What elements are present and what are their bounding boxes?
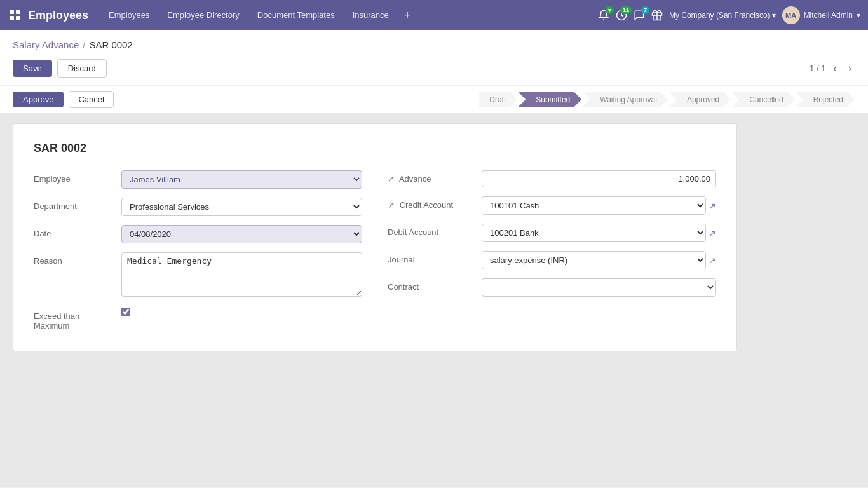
company-selector[interactable]: My Company (San Francisco) ▾: [669, 11, 776, 20]
employee-label: Employee: [34, 170, 116, 184]
status-step-rejected: Rejected: [796, 92, 855, 107]
debit-account-row: Debit Account 100201 Bank ↗: [388, 224, 716, 242]
nav-insurance[interactable]: Insurance: [345, 6, 397, 25]
department-field-wrap: Professional Services: [121, 198, 362, 216]
contract-row: Contract: [388, 278, 716, 297]
credit-account-external-icon[interactable]: ↗: [709, 201, 716, 211]
department-row: Department Professional Services: [34, 198, 362, 216]
status-step-waiting: Waiting Approval: [582, 92, 668, 107]
discard-button[interactable]: Discard: [57, 59, 107, 78]
pagination-prev[interactable]: ‹: [829, 62, 840, 76]
journal-label: Journal: [388, 251, 477, 264]
contract-select[interactable]: [482, 278, 716, 297]
exceed-label: Exceed than Maximum: [34, 308, 116, 330]
notifications-button[interactable]: ▾: [598, 10, 609, 21]
debit-account-label: Debit Account: [388, 224, 477, 237]
reason-row: Reason: [34, 252, 362, 299]
pagination-count: 1 / 1: [810, 64, 825, 73]
contract-field-wrap: [482, 278, 716, 297]
employee-field-wrap: James Villiam: [121, 170, 362, 189]
nav-document-templates[interactable]: Document Templates: [250, 6, 342, 25]
employee-select[interactable]: James Villiam: [121, 170, 362, 189]
journal-field-wrap: salary expense (INR) ↗: [482, 251, 716, 269]
notification-badge: ▾: [606, 6, 614, 14]
top-navigation: Employees Employees Employee Directory D…: [0, 0, 868, 30]
exceed-field-wrap: [121, 308, 362, 316]
reason-textarea[interactable]: [121, 252, 362, 297]
breadcrumb-parent[interactable]: Salary Advance: [13, 39, 79, 50]
action-bar: Save Discard 1 / 1 ‹ ›: [0, 55, 868, 85]
nav-employees[interactable]: Employees: [101, 6, 157, 25]
pagination: 1 / 1 ‹ ›: [810, 62, 855, 76]
form-left: Employee James Villiam Department Profes…: [34, 170, 362, 330]
save-button[interactable]: Save: [13, 60, 52, 77]
advance-input[interactable]: [482, 170, 716, 187]
approve-button[interactable]: Approve: [13, 92, 64, 107]
status-step-approved: Approved: [669, 92, 731, 107]
date-field-wrap: 04/08/2020: [121, 225, 362, 243]
reason-field-wrap: [121, 252, 362, 299]
main-content: SAR 0002 Employee James Villiam Departme…: [0, 113, 868, 487]
nav-employee-directory[interactable]: Employee Directory: [159, 6, 247, 25]
credit-account-label: ↗ Credit Account: [388, 196, 477, 210]
department-label: Department: [34, 198, 116, 211]
app-title: Employees: [28, 9, 88, 22]
exceed-row: Exceed than Maximum: [34, 308, 362, 330]
status-step-draft: Draft: [479, 92, 517, 107]
svg-rect-2: [10, 16, 14, 20]
credit-account-row: ↗ Credit Account 100101 Cash ↗: [388, 196, 716, 215]
activity-button[interactable]: 11: [616, 10, 627, 21]
credit-account-field-wrap: 100101 Cash ↗: [482, 196, 716, 215]
credit-account-select[interactable]: 100101 Cash: [482, 196, 706, 215]
chat-badge: 7: [641, 6, 649, 14]
advance-row: ↗ Advance: [388, 170, 716, 187]
form-card: SAR 0002 Employee James Villiam Departme…: [13, 123, 737, 351]
activity-badge: 11: [620, 6, 632, 14]
svg-rect-0: [10, 10, 14, 14]
top-menu: Employees Employee Directory Document Te…: [101, 6, 593, 25]
credit-link-icon[interactable]: ↗: [388, 200, 395, 210]
debit-account-select[interactable]: 100201 Bank: [482, 224, 706, 242]
journal-row: Journal salary expense (INR) ↗: [388, 251, 716, 269]
chat-button[interactable]: 7: [634, 10, 645, 21]
journal-external-icon[interactable]: ↗: [709, 255, 716, 266]
breadcrumb-current: SAR 0002: [89, 39, 132, 50]
debit-account-external-icon[interactable]: ↗: [709, 228, 716, 238]
debit-account-field-wrap: 100201 Bank ↗: [482, 224, 716, 242]
pagination-next[interactable]: ›: [844, 62, 855, 76]
status-step-cancelled: Cancelled: [731, 92, 794, 107]
top-actions: ▾ 11 7 My Company (San Francisco) ▾ MA M…: [598, 6, 860, 24]
date-select[interactable]: 04/08/2020: [121, 225, 362, 243]
breadcrumb: Salary Advance / SAR 0002: [0, 30, 868, 55]
date-row: Date 04/08/2020: [34, 225, 362, 243]
svg-rect-3: [16, 16, 20, 20]
cancel-action-button[interactable]: Cancel: [69, 91, 113, 108]
form-grid: Employee James Villiam Department Profes…: [34, 170, 716, 330]
grid-menu-icon[interactable]: [8, 8, 23, 23]
breadcrumb-separator: /: [83, 39, 85, 50]
status-steps: Draft Submitted Waiting Approval Approve…: [479, 92, 855, 107]
journal-select[interactable]: salary expense (INR): [482, 251, 706, 269]
advance-field-wrap: [482, 170, 716, 187]
status-bar: Approve Cancel Draft Submitted Waiting A…: [0, 85, 868, 113]
employee-row: Employee James Villiam: [34, 170, 362, 189]
contract-label: Contract: [388, 278, 477, 292]
user-avatar: MA: [782, 6, 800, 24]
form-title: SAR 0002: [34, 142, 716, 155]
svg-rect-1: [16, 10, 20, 14]
advance-link-icon[interactable]: ↗: [388, 174, 395, 184]
user-menu[interactable]: MA Mitchell Admin ▾: [782, 6, 860, 24]
gift-icon[interactable]: [651, 10, 663, 21]
reason-label: Reason: [34, 252, 116, 266]
department-select[interactable]: Professional Services: [121, 198, 362, 216]
add-menu-item-button[interactable]: +: [399, 6, 416, 25]
form-right: ↗ Advance ↗ Credit Account 1001: [388, 170, 716, 330]
date-label: Date: [34, 225, 116, 238]
status-step-submitted: Submitted: [518, 92, 581, 107]
advance-label: ↗ Advance: [388, 170, 477, 184]
exceed-checkbox[interactable]: [121, 308, 130, 316]
